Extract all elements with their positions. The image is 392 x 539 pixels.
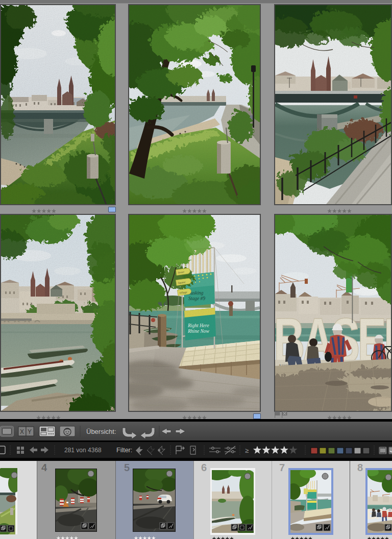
svg-text:Y: Y [28,428,32,435]
svg-text:X: X [20,428,24,435]
svg-text:Übersicht:: Übersicht: [86,428,116,435]
svg-text:≥: ≥ [245,447,249,454]
svg-text:281 von 4368: 281 von 4368 [64,447,102,454]
svg-text:Filter:: Filter: [116,447,132,454]
